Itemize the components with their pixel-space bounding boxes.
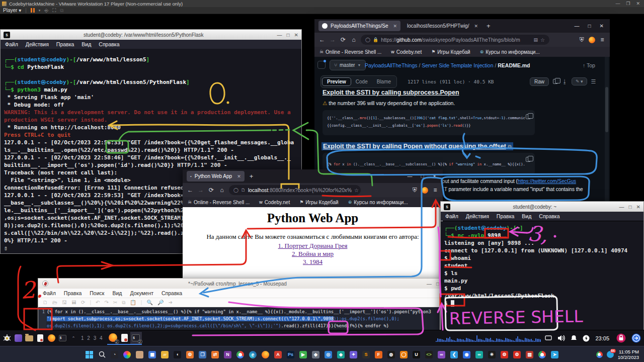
menu-Действия[interactable]: Действия [26,41,49,47]
winbar-unreal-icon[interactable]: U [412,350,421,359]
menu-Документ[interactable]: Документ [130,290,153,296]
menu-Правка[interactable]: Правка [64,290,82,296]
book-link-1[interactable]: 1. Портрет Дориана Грея [183,242,443,250]
bookmark-Codeby.net[interactable]: wCodeby.net [391,49,422,55]
tray-chrome-icon[interactable] [596,351,603,358]
menu-Вид[interactable]: Вид [522,213,531,219]
copy-icon[interactable]: ⧉ [122,300,125,306]
winbar-calendar-icon[interactable]: ▦ [148,350,156,359]
winbar-folder-icon[interactable]: ▰ [160,350,169,359]
tray-telegram-icon[interactable]: 64 [607,351,614,358]
tab-preview[interactable]: Preview [322,77,351,86]
display-icon[interactable] [545,335,552,341]
redo-icon[interactable]: ↷ [104,300,108,305]
forward-icon[interactable]: → [197,187,204,194]
winbar-photoshop-icon[interactable]: Ps [286,350,295,359]
bookmark-Курсы по информаци...[interactable]: ⊕Курсы по информаци... [480,49,540,55]
outline-icon[interactable]: ☰ [591,78,596,85]
winbar-media-icon[interactable]: ◖ [173,350,182,359]
raw-button[interactable]: Raw [530,77,549,86]
menu-Вид[interactable]: Вид [112,290,122,296]
copy-raw-icon[interactable] [553,79,558,84]
tab-localhost-phptwig[interactable]: localhost/lesson5/PHPTwig/✕ [404,21,481,31]
winbar-chrome-icon[interactable] [236,350,245,359]
breadcrumb-repo[interactable]: PayloadsAllTheThings [365,62,417,68]
winbar-vscode-icon[interactable]: ❮ [450,350,458,359]
terminal2-close[interactable]: ✕ [636,204,640,210]
winbar-settings-icon[interactable]: ⚙ [186,350,194,359]
breadcrumb-folder[interactable]: Server Side Template Injection [422,62,493,68]
notifications-bell-icon[interactable] [571,335,577,341]
winbar-gear-red-2-icon[interactable]: ⚙ [513,350,521,359]
terminal1-titlebar[interactable]: $ student@codeby: /var/www/html/lesson5/… [1,30,301,40]
firefox-account-icon[interactable] [589,37,595,43]
terminal1-minimize[interactable]: — [277,32,282,38]
terminal2-maximize[interactable]: □ [629,204,632,210]
vm-start-menu-icon[interactable] [2,332,13,345]
menu-Действия[interactable]: Действия [466,213,489,219]
paste-icon[interactable]: 📋 [130,300,136,305]
search-icon[interactable]: 🔍 [146,300,152,305]
github-maximize[interactable]: □ [588,23,591,29]
search-replace-icon[interactable]: 🔎 [157,300,164,305]
terminal2-minimize[interactable]: — [619,204,624,210]
undo-icon[interactable]: ↶ [96,300,100,305]
winbar-onenote-icon[interactable]: N [223,350,232,359]
menu-Правка[interactable]: Правка [497,213,514,219]
bookmark-star-icon[interactable]: ☆ [354,188,359,193]
webapp-maximize[interactable]: □ [421,173,424,179]
back-icon[interactable]: ← [318,36,326,43]
winbar-gear-red-icon[interactable]: ⚙ [500,350,509,359]
winbar-gauge-icon[interactable]: ◔ [110,350,119,359]
terminal1-maximize[interactable]: □ [287,32,290,38]
tab-payloadsallthethings[interactable]: PayloadsAllTheThings/Se✕ [318,21,400,31]
file-manager-icon[interactable] [24,332,35,345]
pocket-icon[interactable]: ⛨ [578,36,585,43]
bookmark-Online - Reverse Shell ...[interactable]: ☠Online - Reverse Shell ... [319,49,381,55]
winbar-maps-icon[interactable]: ◉ [462,350,471,359]
power-manager-icon[interactable] [583,335,590,342]
save-as-icon[interactable]: 🖬 [71,300,76,305]
menu-Файл[interactable]: Файл [5,41,18,47]
winbar-sublime-icon[interactable]: S [362,350,370,359]
menu-Справка[interactable]: Справка [99,41,119,47]
download-icon[interactable]: ⭳ [562,78,568,84]
heading-popen-offset[interactable]: Exploit the SSTI by calling Popen withou… [321,142,513,150]
bookmark-Игры Кодебай[interactable]: ⚑Игры Кодебай [431,49,470,55]
bookmark-Codeby.net[interactable]: wCodeby.net [259,200,290,205]
winbar-red-a-icon[interactable]: A [274,350,282,359]
mousepad-minimize[interactable]: — [427,281,432,287]
github-close[interactable]: ✕ [600,23,604,29]
winbar-green-app-icon[interactable]: ▶ [299,350,307,359]
winbar-f-app-icon[interactable]: F [374,350,383,359]
branch-selector[interactable]: ⑂master▼ [330,60,366,70]
firefox-launcher-icon[interactable] [46,332,57,345]
vmware-maximize[interactable]: ❐ [626,1,630,6]
twitter-link[interactable]: https://twitter.com/SecGus [518,178,576,184]
winbar-blender-icon[interactable]: ◯ [399,350,408,359]
vmware-close[interactable]: ✕ [636,1,640,6]
winbar-search-icon[interactable] [98,350,106,359]
winbar-wheel-icon[interactable] [123,350,131,359]
mousepad-maximize[interactable]: □ [436,281,439,287]
winbar-violet-app-icon[interactable]: ✦ [349,350,358,359]
taskbar-mousepad-running[interactable] [119,332,130,345]
copy-code-icon[interactable] [526,114,531,119]
menu-Вид[interactable]: Вид [82,41,91,47]
menu-Файл[interactable]: Файл [445,213,458,219]
webapp-urlbar[interactable]: ◯ 🗋 localhost:8080/index?book={%%20for%2… [229,185,361,195]
forward-icon[interactable]: → [329,36,336,43]
tab-code[interactable]: Code [351,78,372,85]
save-icon[interactable]: 🖫 [62,300,67,305]
vmware-fullscreen-icon[interactable]: ⛶ [52,8,56,14]
reload-icon[interactable]: ⟳ [340,36,347,43]
winbar-edge-icon[interactable]: e [249,350,257,359]
book-link-3[interactable]: 3. 1984 [183,258,443,266]
goto-icon[interactable]: ➜ [168,300,172,305]
edit-button[interactable]: ✎ ▾ [572,77,587,85]
screen-lock-icon[interactable] [616,333,626,343]
winbar-teal-app-icon[interactable]: ◈ [337,350,345,359]
winbar-unity-icon[interactable]: ◍ [387,350,395,359]
webapp-minimize[interactable]: — [408,173,413,179]
menu-icon[interactable]: ≡ [432,187,439,194]
